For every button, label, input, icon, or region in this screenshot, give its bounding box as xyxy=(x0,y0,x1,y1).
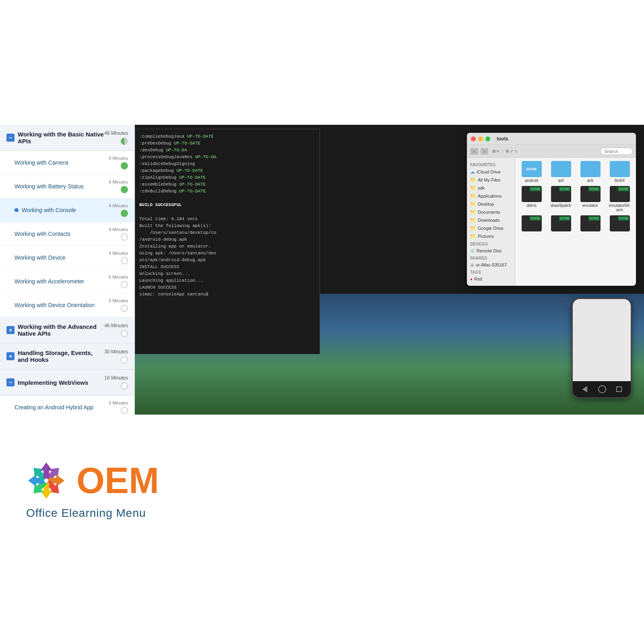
toggle-plus-advanced[interactable]: + xyxy=(6,326,14,334)
sidebar-item-accelerometer[interactable]: Working with Accelerometer 5 Minutes xyxy=(0,270,134,293)
sidebar-section-advanced-apis-meta: 46 Minutes xyxy=(104,323,128,337)
oem-subtitle-row: Office Elearning Menu xyxy=(24,507,146,520)
fb-folder-emulator[interactable]: DONE emulator xyxy=(577,186,603,212)
content-area: :compileDebugJava UP-TO-DATE :preDexDebu… xyxy=(135,125,644,415)
fb-folder-emulator64arm[interactable]: DONE emulator64-arm xyxy=(607,186,633,212)
fb-sidebar-sdk[interactable]: 📁 sdk xyxy=(467,184,515,192)
sidebar-section-basic-apis[interactable]: − Working with the Basic Native APIs 46 … xyxy=(0,125,134,151)
sidebar-item-camera-title: Working with Camera xyxy=(14,159,68,166)
sidebar-section-advanced-apis-minutes: 46 Minutes xyxy=(104,323,128,328)
fb-extra2-badge: DONE xyxy=(559,216,570,221)
term-line-7: :zipAlignDebug UP-TO-DATE xyxy=(139,174,316,181)
sidebar-item-hybrid-app[interactable]: Creating an Android Hybrid App 5 Minutes xyxy=(0,396,134,415)
orientation-progress-icon xyxy=(121,305,128,312)
term-line-20: INSTALL SUCCESS xyxy=(139,264,316,270)
fb-sidebar-downloads[interactable]: 📁 Downloads xyxy=(467,216,515,224)
sidebar-item-device[interactable]: Working with Device 4 Minutes xyxy=(0,246,134,270)
fb-folder-extra4-box: DONE xyxy=(610,215,630,231)
fb-sidebar-applications[interactable]: 📁 Applications xyxy=(467,192,515,200)
fb-body: Favourites ☁ iCloud Drive 📁 All My Files… xyxy=(467,158,636,286)
sidebar-item-orientation[interactable]: Working with Device Orientation 5 Minute… xyxy=(0,293,134,317)
webviews-progress-icon xyxy=(121,382,128,390)
fb-sidebar-documents[interactable]: 📁 Documents xyxy=(467,208,515,216)
fb-folder-bin64[interactable]: bin64 xyxy=(607,161,633,183)
fb-sidebar-pictures[interactable]: 📁 Pictures xyxy=(467,232,515,240)
sidebar-item-accelerometer-title: Working with Accelerometer xyxy=(14,278,84,285)
sidebar-section-storage[interactable]: + Handling Storage, Events, and Hooks 30… xyxy=(0,343,134,369)
console-progress-icon xyxy=(121,210,128,217)
term-line-5: :validateDebugSigning xyxy=(139,161,316,167)
fb-folder-draw9patch[interactable]: DONE draw9patch xyxy=(548,186,574,212)
fb-sidebar-remotedisc[interactable]: 💿 Remote Disc xyxy=(467,247,515,254)
sidebar-item-console-minutes: 4 Minutes xyxy=(109,203,128,208)
console-active-dot xyxy=(14,208,19,212)
fb-close-btn[interactable] xyxy=(471,136,476,141)
toggle-minus-webviews[interactable]: − xyxy=(6,378,14,386)
phone-back-btn[interactable] xyxy=(582,386,587,392)
sidebar-section-advanced-apis[interactable]: + Working with the Advanced Native APIs … xyxy=(0,317,134,343)
file-browser-window: tools ‹ › ⊞ ≡ ⋮ ⚙ ⤢ ⤡ Favourites ☁ iClou… xyxy=(467,133,636,286)
fb-folder-extra1[interactable]: DONE xyxy=(518,215,545,233)
sidebar-section-webviews-minutes: 16 Minutes xyxy=(104,375,128,381)
fb-title: tools xyxy=(497,136,508,142)
fb-folder-emulator-box: DONE xyxy=(580,186,601,202)
fb-ddms-badge: DONE xyxy=(530,187,541,191)
fb-sidebar-imac[interactable]: 🖥 ur-iMac-035167 xyxy=(467,261,515,268)
fb-maximize-btn[interactable] xyxy=(485,136,490,141)
phone-home-btn[interactable] xyxy=(598,385,606,393)
fb-sidebar-tag-red[interactable]: ● Red xyxy=(467,275,515,283)
sidebar: − Working with the Basic Native APIs 46 … xyxy=(0,125,135,415)
battery-progress-icon xyxy=(121,186,128,193)
fb-back-btn[interactable]: ‹ xyxy=(470,148,478,155)
sidebar-item-camera[interactable]: Working with Camera 9 Minutes xyxy=(0,151,134,175)
top-space xyxy=(0,0,644,125)
sidebar-item-camera-meta: 9 Minutes xyxy=(109,156,128,169)
sidebar-item-console[interactable]: Working with Console 4 Minutes xyxy=(0,198,134,222)
sidebar-item-accelerometer-meta: 5 Minutes xyxy=(109,275,128,288)
fb-sidebar-allfiles[interactable]: 📁 All My Files xyxy=(467,176,515,184)
term-line-18: Using apk: /Users/santanu/des xyxy=(139,250,316,257)
fb-folder-ant[interactable]: ant xyxy=(548,161,574,183)
sidebar-item-contacts-minutes: 9 Minutes xyxy=(109,227,128,232)
sidebar-item-hybrid-app-meta: 5 Minutes xyxy=(109,400,128,414)
fb-toolbar-icons: ⊞ ≡ ⋮ ⚙ ⤢ ⤡ xyxy=(492,149,518,153)
fb-folder-android[interactable]: DONE android xyxy=(518,161,545,183)
toggle-plus-storage[interactable]: + xyxy=(6,352,14,360)
sidebar-section-basic-apis-meta: 46 Minutes xyxy=(104,130,128,145)
fb-folder-ant-box xyxy=(551,161,571,177)
fb-sidebar-googledrive[interactable]: 📁 Google Drive xyxy=(467,224,515,232)
term-line-3: :dexDebug UP-TO-DA xyxy=(139,147,316,154)
fb-minimize-btn[interactable] xyxy=(478,136,483,141)
fb-extra4-badge: DONE xyxy=(618,216,629,221)
phone-recent-btn[interactable] xyxy=(616,386,622,392)
fb-folder-ddms-label: ddms xyxy=(526,203,536,208)
sidebar-item-battery[interactable]: Working with Battery Status 6 Minutes xyxy=(0,175,134,198)
fb-folder-extra4[interactable]: DONE xyxy=(607,215,633,233)
fb-folder-extra3[interactable]: DONE xyxy=(577,215,603,233)
oem-brand-text: OEM xyxy=(76,462,159,499)
fb-sidebar-icloud[interactable]: ☁ iCloud Drive xyxy=(467,168,515,176)
fb-folder-ddms[interactable]: DONE ddms xyxy=(518,186,545,212)
fb-sidebar-desktop[interactable]: 📁 Desktop xyxy=(467,200,515,208)
fb-sidebar: Favourites ☁ iCloud Drive 📁 All My Files… xyxy=(467,158,515,286)
sidebar-item-console-left: Working with Console xyxy=(14,207,76,213)
toggle-minus-basic[interactable]: − xyxy=(6,134,14,142)
fb-toolbar: ‹ › ⊞ ≡ ⋮ ⚙ ⤢ ⤡ xyxy=(467,145,636,158)
phone-mockup xyxy=(572,298,632,398)
fb-folder-extra2[interactable]: DONE xyxy=(548,215,574,233)
oem-logo-row: OEM xyxy=(24,458,159,503)
sidebar-section-webviews[interactable]: − Implementing WebViews 16 Minutes xyxy=(0,369,134,396)
fb-folder-ddms-box: DONE xyxy=(522,186,542,202)
term-line-2: :preDexDebug UP-TO-DATE xyxy=(139,140,316,147)
sidebar-item-accelerometer-minutes: 5 Minutes xyxy=(109,275,128,279)
fb-titlebar: tools xyxy=(467,133,636,145)
fb-folder-bin64-box xyxy=(610,161,630,177)
term-line-6: :packageDebug UP-TO-DATE xyxy=(139,167,316,174)
fb-search-input[interactable] xyxy=(601,148,633,155)
fb-forward-btn[interactable]: › xyxy=(481,148,489,155)
term-line-12 xyxy=(139,209,316,216)
sidebar-item-contacts[interactable]: Working with Contacts 9 Minutes xyxy=(0,222,134,246)
fb-main: DONE android ant ack bin64 xyxy=(515,158,636,286)
sidebar-item-battery-meta: 6 Minutes xyxy=(109,180,128,193)
fb-folder-ack[interactable]: ack xyxy=(577,161,603,183)
